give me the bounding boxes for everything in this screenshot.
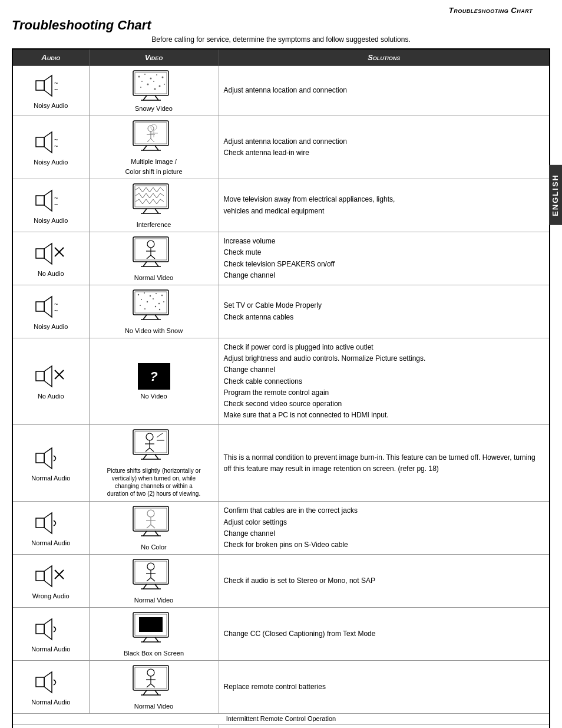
svg-line-95 [146,448,150,452]
table-row: Normal Audio Blac [12,608,550,661]
solutions-cell: Change CC (Closed Captioning) from Text … [219,608,550,661]
solutions-list: Increase volume Check mute Check televis… [224,236,545,281]
svg-line-99 [143,454,147,459]
video-label: Multiple Image / [131,158,177,165]
solutions-header-label: Solutions [368,53,400,62]
svg-line-143 [147,684,151,687]
svg-point-15 [140,87,141,88]
audio-cell: No Audio [12,338,89,425]
svg-line-56 [147,255,151,259]
solution-item: Adjust color settings [224,517,545,528]
svg-point-120 [147,563,154,570]
audio-cell: ~ ~ Noisy Audio [12,179,89,232]
svg-line-98 [157,433,163,437]
svg-line-59 [155,262,158,266]
solutions-list: Set TV or Cable Mode Properly Check ante… [224,300,545,322]
page-title: Troubleshooting Chart [12,18,550,33]
table-row: Normal Audio [12,502,550,555]
svg-line-96 [150,448,154,452]
table-row: ~ ~ Noisy Audio [12,179,550,232]
language-tab: ENGLISH [549,165,562,225]
svg-point-13 [153,81,154,82]
audio-cell: No Audio [12,232,89,285]
video-label: No Video [140,393,167,400]
table-row-last: No effect when pressing TV front control… [12,725,550,728]
table-row: No Audio [12,232,550,285]
col-solutions: Solutions [219,49,550,66]
audio-icon-normal: Normal Audio [18,445,84,482]
solution-item: Confirm that cables are in the correct j… [224,505,545,516]
svg-marker-137 [44,672,52,693]
solutions-cell: Adjust antenna location and connection [219,66,550,116]
video-cell: Normal Video [89,555,219,608]
svg-line-126 [155,584,158,589]
table-row: ~ ~ Noisy Audio [12,66,550,116]
solution-item: Check cable connections [224,376,545,387]
audio-cell: ~ ~ Noisy Audio [12,66,89,116]
svg-text:~: ~ [54,307,58,314]
audio-label: Normal Audio [31,475,70,482]
svg-rect-0 [36,81,44,90]
solution-item: Adjust antenna location and connection [224,136,545,147]
audio-label: Noisy Audio [34,217,68,224]
svg-line-146 [155,690,158,695]
audio-label: No Audio [38,393,64,400]
video-cell: Interference [89,179,219,232]
audio-cell: Normal Audio [12,502,89,555]
solution-item: Change CC (Closed Captioning) from Text … [224,628,545,640]
audio-cell: Wrong Audio [12,555,89,608]
svg-rect-21 [36,137,44,147]
solution-item: Set TV or Cable Mode Properly [224,300,545,311]
table-row: Normal Audio [12,661,550,714]
solutions-list: Move television away from electrical app… [224,194,545,216]
solution-item: Make sure that a PC is not connected to … [224,410,545,421]
col-video: Video [89,49,219,66]
video-label: Normal Video [134,274,173,281]
svg-rect-114 [36,571,44,581]
header-title: Troubleshooting Chart [449,6,533,15]
svg-text:~: ~ [54,86,58,93]
svg-point-67 [138,294,139,295]
solution-item: Check for broken pins on S-Video cable [224,539,545,551]
video-cell: Normal Video [89,232,219,285]
solution-item: Adjust antenna location and connection [224,85,545,96]
svg-rect-5 [135,73,167,94]
svg-text:~: ~ [54,201,58,208]
video-label: No Color [141,543,166,551]
audio-cell: Normal Audio [12,608,89,661]
video-icon-interference: Interference [94,183,214,228]
audio-label: Noisy Audio [34,159,68,166]
video-cell: No Video with Snow [89,285,219,338]
svg-point-73 [147,301,148,302]
svg-rect-128 [36,624,44,634]
solutions-cell: This is a normal condition to prevent im… [219,425,550,502]
solution-item: Check if power cord is plugged into acti… [224,342,545,353]
subtitle: Before calling for service, determine th… [12,35,550,44]
audio-cell: ~ ~ Noisy Audio [12,285,89,338]
audio-label: Normal Audio [31,699,70,706]
solution-item: Adjust brightness and audio controls. No… [224,353,545,364]
svg-point-78 [163,301,164,302]
audio-video-combined: No effect when pressing TV front control… [12,725,219,728]
svg-point-76 [140,305,141,306]
span-label-cell: Intermittent Remote Control Operation [12,714,550,725]
svg-point-8 [150,78,152,80]
solutions-cell: Check if audio is set to Stereo or Mono,… [219,555,550,608]
video-label: Normal Video [134,597,173,604]
video-icon-normal: Normal Video [94,664,214,710]
solutions-list: Adjust antenna location and connection [224,85,545,96]
svg-line-82 [155,315,158,319]
svg-line-112 [155,531,158,536]
solutions-list: Replace remote control batteries [224,681,545,693]
svg-rect-47 [36,249,44,258]
svg-point-12 [147,84,149,85]
solutions-cell: Set TV or Cable Mode Properly Check ante… [219,285,550,338]
audio-label: No Audio [38,270,64,277]
svg-rect-61 [36,302,44,311]
video-cell: Picture shifts slightly (horizontally or… [89,425,219,502]
table-row: Wrong Audio [12,555,550,608]
svg-line-31 [151,139,154,142]
video-cell: Black Box on Screen [89,608,219,661]
svg-point-75 [158,303,160,304]
audio-icon-none: No Audio [18,363,84,400]
